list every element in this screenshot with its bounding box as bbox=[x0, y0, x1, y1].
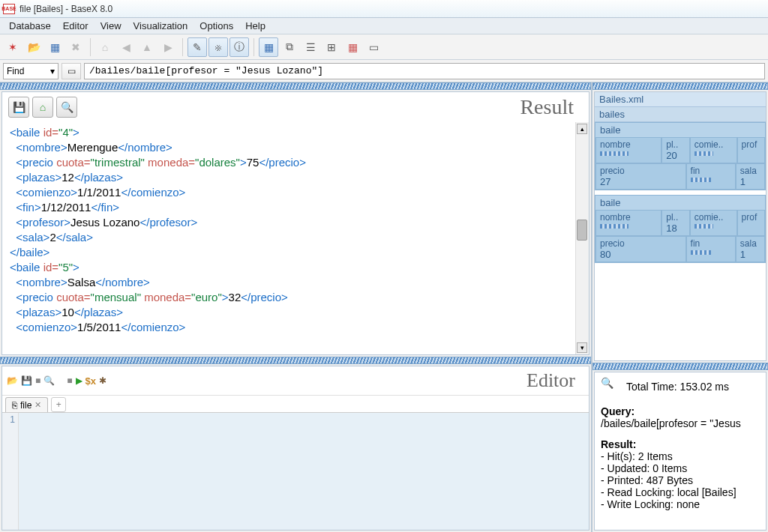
up-icon[interactable]: ▲ bbox=[137, 37, 157, 57]
menu-editor[interactable]: Editor bbox=[57, 18, 94, 34]
tree-view-icon[interactable]: ⧉ bbox=[280, 37, 299, 57]
divider[interactable] bbox=[0, 82, 591, 90]
editor-title: Editor bbox=[526, 369, 584, 392]
open-editor-button[interactable]: 📂 bbox=[7, 375, 18, 386]
search-result-button[interactable]: 🔍 bbox=[56, 97, 77, 118]
titlebar: BASE file [Bailes] - BaseX 8.0 bbox=[0, 0, 768, 18]
scroll-up-icon[interactable]: ▴ bbox=[577, 124, 587, 134]
save-result-button[interactable]: 💾 bbox=[8, 97, 29, 118]
treemap-panel[interactable]: Bailes.xml bailes bailenombrepl..20comie… bbox=[594, 91, 766, 361]
map-view-icon[interactable]: ⊞ bbox=[322, 37, 341, 57]
editor-textarea[interactable] bbox=[19, 413, 589, 530]
save-editor-button[interactable]: 💾 bbox=[21, 375, 32, 386]
home-icon[interactable]: ⌂ bbox=[95, 37, 115, 57]
find-bar: Find ▾ ▭ bbox=[0, 60, 768, 82]
toolbar: ✶ 📂 ▦ ✖ ⌂ ◀ ▲ ▶ ✎ ⨳ ⓘ ▦ ⧉ ☰ ⊞ ▦ ▭ bbox=[0, 34, 768, 60]
close-tab-icon[interactable]: ✕ bbox=[34, 400, 41, 410]
edit-icon[interactable]: ✎ bbox=[188, 37, 207, 57]
window-title: file [Bailes] - BaseX 8.0 bbox=[20, 4, 112, 14]
info-writelock: - Write Locking: none bbox=[601, 498, 760, 510]
find-mode-combo[interactable]: Find ▾ bbox=[3, 63, 58, 79]
divider[interactable] bbox=[0, 357, 591, 364]
info-readlock: - Read Locking: local [Bailes] bbox=[601, 486, 760, 498]
new-db-icon[interactable]: ✶ bbox=[3, 37, 22, 57]
editor-tab-label: file bbox=[20, 400, 32, 411]
info-printed: - Printed: 487 Bytes bbox=[601, 474, 760, 486]
info-icon[interactable]: ⓘ bbox=[230, 37, 249, 57]
file-icon: ⎘ bbox=[12, 400, 17, 411]
back-icon[interactable]: ◀ bbox=[116, 37, 136, 57]
table-view-icon[interactable]: ▦ bbox=[259, 37, 278, 57]
stop-editor-button[interactable]: ■ bbox=[35, 375, 40, 386]
divider[interactable] bbox=[592, 82, 768, 90]
query-input[interactable] bbox=[84, 63, 765, 79]
home-result-button[interactable]: ⌂ bbox=[32, 97, 53, 118]
scrollbar[interactable]: ▴ ▾ bbox=[575, 122, 589, 354]
menu-help[interactable]: Help bbox=[239, 18, 272, 34]
menu-visualization[interactable]: Visualization bbox=[128, 18, 194, 34]
app-icon: BASE bbox=[3, 4, 15, 14]
var-button[interactable]: $x bbox=[86, 375, 96, 387]
query-text: /bailes/baile[profesor = "Jesus bbox=[601, 417, 760, 429]
result-panel: 💾 ⌂ 🔍 Result <baile id="4"> <nombre>Mere… bbox=[2, 91, 590, 355]
info-panel: 🔍 Total Time: 153.02 ms Query: /bailes/b… bbox=[594, 372, 766, 531]
divider[interactable] bbox=[592, 363, 768, 370]
close-icon[interactable]: ✖ bbox=[66, 37, 86, 57]
chevron-down-icon: ▾ bbox=[50, 66, 55, 76]
query-section-label: Query: bbox=[601, 405, 760, 417]
treemap-file[interactable]: Bailes.xml bbox=[595, 92, 766, 107]
stop2-button[interactable]: ■ bbox=[67, 375, 72, 386]
editor-tab-file[interactable]: ⎘ file ✕ bbox=[5, 397, 48, 412]
explorer-icon[interactable]: ▭ bbox=[364, 37, 383, 57]
menu-view[interactable]: View bbox=[94, 18, 128, 34]
scroll-thumb[interactable] bbox=[577, 220, 587, 241]
result-title: Result bbox=[520, 95, 583, 119]
menu-options[interactable]: Options bbox=[194, 18, 239, 34]
total-time-label: Total Time: 153.02 ms bbox=[626, 381, 729, 393]
editor-panel: 📂 💾 ■ 🔍 ■ ▶ $x ✱ Editor ⎘ file ✕ + bbox=[2, 366, 590, 531]
list-view-icon[interactable]: ☰ bbox=[301, 37, 320, 57]
info-search-button[interactable]: 🔍 bbox=[601, 377, 620, 396]
debug-button[interactable]: ✱ bbox=[99, 375, 106, 386]
info-hits: - Hit(s): 2 Items bbox=[601, 450, 760, 462]
menu-database[interactable]: Database bbox=[3, 18, 57, 34]
search-editor-button[interactable]: 🔍 bbox=[44, 375, 55, 386]
find-mode-label: Find bbox=[7, 66, 24, 76]
grid2-icon[interactable]: ▦ bbox=[343, 37, 362, 57]
add-tab-button[interactable]: + bbox=[51, 397, 66, 412]
treemap-baile[interactable]: bailenombrepl..18comie..profprecio80fins… bbox=[595, 195, 766, 263]
treemap-root[interactable]: bailes bbox=[595, 107, 766, 122]
treemap-baile[interactable]: bailenombrepl..20comie..profprecio27fins… bbox=[595, 122, 766, 190]
forward-icon[interactable]: ▶ bbox=[158, 37, 178, 57]
result-content[interactable]: <baile id="4"> <nombre>Merengue</nombre>… bbox=[2, 122, 589, 354]
menubar: Database Editor View Visualization Optio… bbox=[0, 18, 768, 34]
info-updated: - Updated: 0 Items bbox=[601, 462, 760, 474]
run-button[interactable]: ▶ bbox=[76, 375, 82, 386]
scroll-down-icon[interactable]: ▾ bbox=[577, 342, 587, 353]
result-section-label: Result: bbox=[601, 438, 760, 450]
editor-gutter: 1 bbox=[2, 413, 19, 530]
grid-icon[interactable]: ▦ bbox=[45, 37, 64, 57]
open-icon[interactable]: 📂 bbox=[24, 37, 44, 57]
find-button[interactable]: ▭ bbox=[62, 63, 81, 79]
xquery-icon[interactable]: ⨳ bbox=[208, 37, 228, 57]
